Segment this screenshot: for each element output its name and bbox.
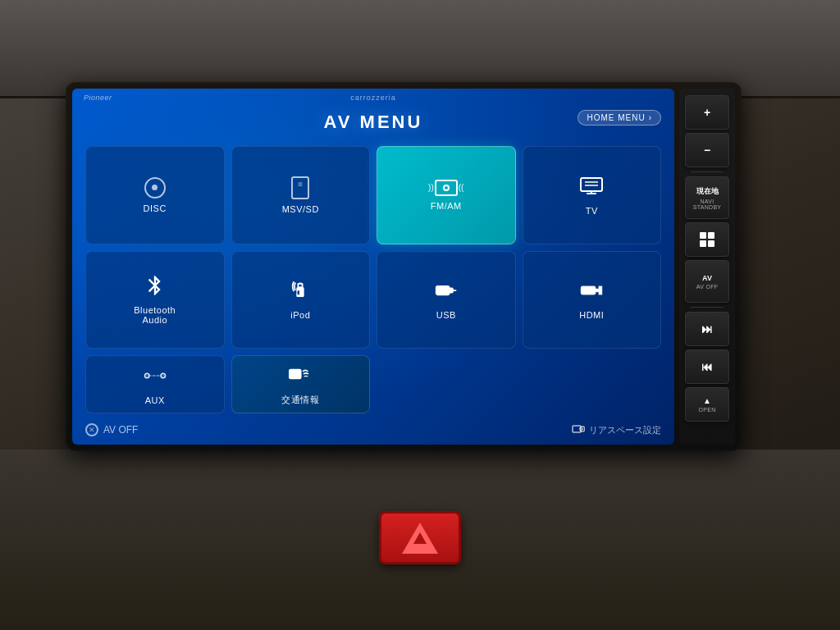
menu-grid-button[interactable] [685, 222, 729, 257]
bluetooth-icon [144, 274, 167, 300]
hazard-button[interactable] [379, 511, 461, 564]
svg-point-14 [144, 373, 149, 378]
side-control-panel: + − 現在地 NAVI STANDBY [679, 89, 735, 445]
prev-track-button[interactable]: ⏮ [685, 349, 729, 384]
ipod-icon [289, 280, 312, 305]
svg-rect-1 [587, 193, 596, 194]
av-menu-grid: DISC MSV/SD )) [72, 139, 674, 420]
msv-label: MSV/SD [282, 204, 319, 214]
hdmi-label: HDMI [579, 310, 604, 320]
menu-item-traffic[interactable]: 交通情報 [231, 355, 371, 413]
bluetooth-label: Bluetooth Audio [134, 305, 176, 325]
separator-1 [691, 171, 724, 172]
traffic-icon [289, 363, 312, 389]
menu-item-ipod[interactable]: iPod [231, 251, 371, 349]
menu-item-fm-am[interactable]: )) (( FM/AM [377, 146, 516, 244]
next-track-button[interactable]: ⏭ [685, 312, 729, 346]
car-panel: Pioneer carrozzeria AV MENU HOME MENU › [0, 0, 840, 630]
grid-icon [700, 232, 714, 247]
head-unit-frame: Pioneer carrozzeria AV MENU HOME MENU › [66, 82, 742, 451]
eject-icon: ▲ [703, 396, 711, 405]
av-button[interactable]: AV AV OFF [685, 260, 729, 303]
aux-label: AUX [145, 395, 165, 405]
eject-button[interactable]: ▲ OPEN [685, 387, 729, 422]
menu-item-bluetooth[interactable]: Bluetooth Audio [85, 251, 225, 349]
svg-rect-5 [436, 286, 450, 295]
screen-title: AV MENU [324, 112, 423, 133]
settings-icon [572, 424, 585, 436]
volume-down-button[interactable]: − [685, 133, 729, 167]
plus-icon: + [704, 106, 710, 119]
av-screen: Pioneer carrozzeria AV MENU HOME MENU › [72, 89, 674, 445]
radio-icon: )) (( [428, 180, 463, 196]
disc-label: DISC [144, 203, 167, 213]
menu-item-msv-sd[interactable]: MSV/SD [231, 146, 371, 244]
menu-item-aux[interactable]: AUX [85, 355, 225, 413]
menu-item-usb[interactable]: USB [377, 251, 516, 349]
av-off-control[interactable]: ✕ AV OFF [85, 423, 138, 436]
svg-rect-11 [582, 287, 596, 294]
open-label: OPEN [698, 407, 715, 413]
tv-label: TV [586, 206, 598, 216]
av-off-icon: ✕ [85, 423, 98, 436]
disc-icon [144, 177, 166, 199]
rear-space-label: リアスペース設定 [589, 424, 661, 436]
svg-point-21 [291, 372, 294, 375]
menu-item-disc[interactable]: DISC [85, 146, 225, 244]
msv-icon [291, 176, 309, 199]
separator-2 [691, 307, 724, 308]
volume-up-button[interactable]: + [685, 95, 729, 130]
navi-standby-label: NAVI STANDBY [686, 199, 728, 210]
svg-rect-0 [581, 178, 602, 191]
usb-icon [435, 279, 458, 305]
title-bar: AV MENU HOME MENU › [72, 89, 674, 139]
navi-button[interactable]: 現在地 NAVI STANDBY [685, 176, 729, 219]
prev-icon: ⏮ [701, 360, 713, 373]
menu-item-hdmi[interactable]: HDMI [523, 251, 662, 349]
hazard-triangle-icon [402, 523, 438, 554]
av-off-side-label: AV OFF [696, 284, 719, 290]
aux-icon [144, 364, 167, 390]
home-menu-button[interactable]: HOME MENU › [578, 110, 661, 126]
svg-point-18 [161, 373, 166, 378]
tv-icon [580, 175, 603, 201]
av-off-label: AV OFF [103, 424, 138, 436]
av-jp-label: AV [702, 274, 712, 282]
rear-space-button[interactable]: リアスペース設定 [572, 424, 661, 436]
menu-item-tv[interactable]: TV [523, 146, 662, 244]
ipod-label: iPod [290, 310, 310, 320]
minus-icon: − [704, 144, 710, 157]
traffic-label: 交通情報 [281, 394, 319, 406]
hdmi-icon [580, 279, 603, 305]
fm-am-label: FM/AM [431, 201, 462, 211]
navi-jp-label: 現在地 [696, 186, 719, 197]
usb-label: USB [436, 310, 456, 320]
svg-rect-6 [449, 289, 452, 293]
bottom-bar: ✕ AV OFF リアスペース設定 [72, 420, 674, 445]
next-icon: ⏭ [701, 322, 713, 336]
